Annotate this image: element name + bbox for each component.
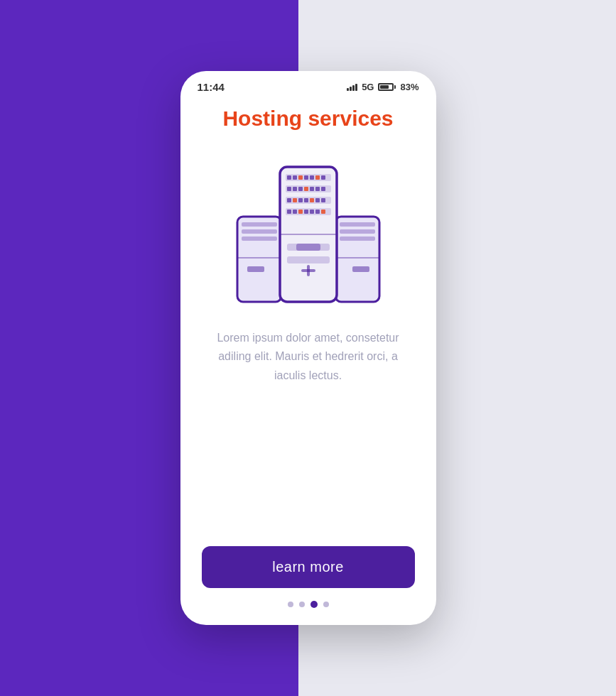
svg-rect-47	[296, 244, 320, 251]
svg-rect-17	[304, 175, 308, 180]
svg-rect-18	[310, 175, 314, 180]
server-illustration	[230, 153, 387, 309]
svg-rect-42	[310, 210, 314, 214]
svg-rect-16	[298, 175, 303, 180]
svg-rect-7	[340, 222, 375, 227]
svg-rect-27	[315, 187, 320, 191]
svg-rect-20	[321, 175, 325, 180]
description-text: Lorem ipsum dolor amet, consetetur adili…	[202, 329, 415, 525]
status-bar: 11:44 5G 83%	[180, 71, 436, 99]
phone-container: 11:44 5G 83% H	[180, 71, 436, 625]
svg-rect-50	[307, 265, 310, 276]
svg-rect-8	[340, 229, 375, 234]
svg-rect-48	[287, 256, 330, 263]
svg-rect-38	[287, 210, 291, 214]
svg-rect-2	[242, 229, 277, 234]
svg-rect-11	[352, 266, 369, 272]
svg-rect-9	[340, 236, 375, 241]
svg-rect-33	[304, 198, 308, 202]
svg-rect-23	[293, 187, 297, 191]
svg-rect-28	[321, 187, 325, 191]
svg-rect-40	[298, 210, 303, 214]
svg-rect-34	[310, 198, 314, 202]
svg-rect-25	[304, 187, 308, 191]
svg-rect-31	[293, 198, 297, 202]
svg-rect-32	[298, 198, 303, 202]
svg-rect-44	[321, 210, 325, 214]
page-title: Hosting services	[222, 106, 393, 131]
svg-rect-26	[310, 187, 314, 191]
status-time: 11:44	[198, 81, 225, 93]
svg-rect-30	[287, 198, 291, 202]
network-type: 5G	[362, 82, 374, 92]
learn-more-button[interactable]: learn more	[202, 546, 415, 588]
svg-rect-5	[247, 266, 264, 272]
svg-rect-36	[321, 198, 325, 202]
svg-rect-39	[293, 210, 297, 214]
svg-rect-22	[287, 187, 291, 191]
svg-rect-35	[315, 198, 320, 202]
phone-content: Hosting services	[180, 99, 436, 625]
svg-rect-43	[315, 210, 320, 214]
pagination-dot-3[interactable]	[323, 602, 329, 607]
pagination-dot-2[interactable]	[310, 601, 318, 608]
svg-rect-3	[242, 236, 277, 241]
svg-rect-1	[242, 222, 277, 227]
svg-rect-24	[298, 187, 303, 191]
svg-rect-19	[315, 175, 320, 180]
status-icons: 5G 83%	[347, 82, 418, 92]
pagination-dot-0[interactable]	[288, 602, 293, 607]
svg-rect-14	[287, 175, 291, 180]
pagination-dot-1[interactable]	[299, 602, 305, 607]
battery-icon	[378, 83, 396, 91]
svg-rect-15	[293, 175, 297, 180]
phone-screen: 11:44 5G 83% H	[180, 71, 436, 625]
svg-rect-41	[304, 210, 308, 214]
battery-percent: 83%	[400, 82, 418, 92]
signal-icon	[347, 84, 357, 91]
pagination-dots	[288, 601, 329, 611]
